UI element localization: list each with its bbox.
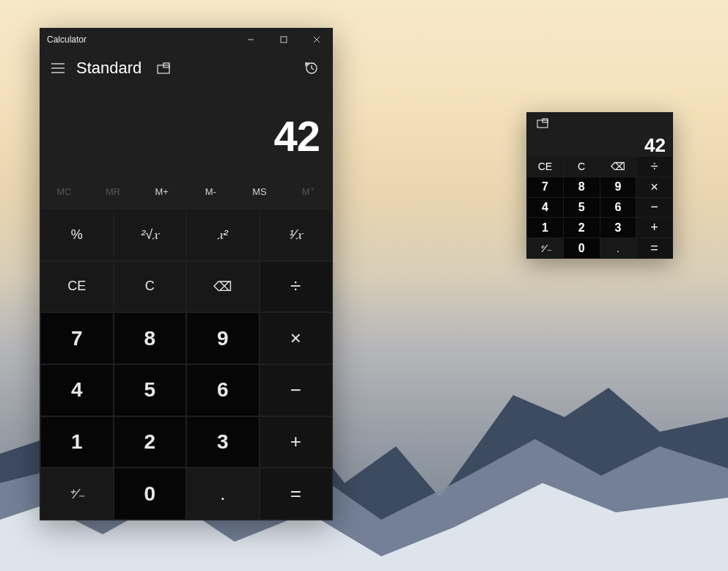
mini-digit-9[interactable]: 9 bbox=[600, 177, 636, 197]
mini-digit-1[interactable]: 1 bbox=[527, 218, 563, 237]
svg-rect-1 bbox=[281, 37, 287, 43]
multiply-button[interactable]: × bbox=[260, 313, 332, 364]
mini-keypad: CEC⌫÷789×456−123+⁺⁄₋0.= bbox=[526, 156, 673, 259]
subtract-button[interactable]: − bbox=[260, 365, 332, 416]
display: 42 bbox=[40, 85, 333, 179]
mini-equals-button[interactable]: = bbox=[636, 238, 672, 258]
keep-on-top-button[interactable] bbox=[152, 56, 175, 80]
menu-button[interactable] bbox=[50, 60, 66, 76]
digit-1[interactable]: 1 bbox=[41, 417, 113, 468]
mini-digit-4[interactable]: 4 bbox=[527, 198, 563, 218]
mini-c-button[interactable]: C bbox=[564, 157, 600, 177]
negate-button[interactable]: ⁺⁄₋ bbox=[41, 468, 113, 519]
titlebar[interactable]: Calculator bbox=[40, 28, 333, 51]
square-button[interactable]: 𝑥² bbox=[187, 210, 259, 260]
mc-button: MC bbox=[40, 179, 89, 204]
digit-3[interactable]: 3 bbox=[187, 417, 259, 468]
exit-compact-button[interactable] bbox=[534, 114, 551, 132]
mini-divide-button[interactable]: ÷ bbox=[636, 157, 672, 177]
add-button[interactable]: + bbox=[260, 417, 332, 468]
keypad: % ²√𝑥 𝑥² ¹⁄𝑥 CE C ⌫ ÷ 7 8 9 × 4 5 6 − 1 … bbox=[40, 208, 333, 520]
mini-header[interactable] bbox=[526, 112, 673, 134]
digit-9[interactable]: 9 bbox=[187, 313, 259, 364]
mr-button: MR bbox=[89, 179, 138, 204]
header: Standard bbox=[40, 51, 333, 85]
decimal-button[interactable]: . bbox=[187, 468, 259, 519]
history-button[interactable] bbox=[299, 56, 323, 80]
memory-row: MC MR M+ M- MS M˅ bbox=[40, 179, 333, 204]
digit-2[interactable]: 2 bbox=[114, 417, 186, 468]
divide-button[interactable]: ÷ bbox=[260, 262, 332, 312]
mini-subtract-button[interactable]: − bbox=[636, 198, 672, 218]
digit-0[interactable]: 0 bbox=[114, 468, 186, 519]
c-button[interactable]: C bbox=[114, 262, 186, 312]
backspace-button[interactable]: ⌫ bbox=[187, 262, 259, 312]
mini-multiply-button[interactable]: × bbox=[636, 177, 672, 197]
mini-decimal-button[interactable]: . bbox=[600, 238, 636, 258]
mode-label: Standard bbox=[76, 59, 141, 78]
mminus-button[interactable]: M- bbox=[186, 179, 235, 204]
mini-digit-0[interactable]: 0 bbox=[564, 238, 600, 258]
mplus-button[interactable]: M+ bbox=[137, 179, 186, 204]
mini-display: 42 bbox=[526, 134, 673, 156]
reciprocal-button[interactable]: ¹⁄𝑥 bbox=[260, 210, 332, 260]
sqrt-button[interactable]: ²√𝑥 bbox=[114, 210, 186, 260]
mini-digit-2[interactable]: 2 bbox=[564, 218, 600, 237]
maximize-button[interactable] bbox=[267, 29, 300, 51]
mini-digit-5[interactable]: 5 bbox=[564, 198, 600, 218]
close-button[interactable] bbox=[300, 29, 333, 51]
minimize-button[interactable] bbox=[234, 29, 267, 51]
app-title: Calculator bbox=[47, 34, 87, 45]
mlist-button: M˅ bbox=[284, 179, 333, 204]
mini-digit-6[interactable]: 6 bbox=[600, 198, 636, 218]
digit-8[interactable]: 8 bbox=[114, 313, 186, 364]
calculator-window: Calculator Standard 42 bbox=[40, 28, 333, 520]
mini-backspace-button[interactable]: ⌫ bbox=[600, 157, 636, 177]
calculator-mini-window: 42 CEC⌫÷789×456−123+⁺⁄₋0.= bbox=[526, 112, 673, 259]
digit-4[interactable]: 4 bbox=[41, 365, 113, 416]
mini-add-button[interactable]: + bbox=[636, 218, 672, 237]
digit-5[interactable]: 5 bbox=[114, 365, 186, 416]
ce-button[interactable]: CE bbox=[41, 262, 113, 312]
mini-negate-button[interactable]: ⁺⁄₋ bbox=[527, 238, 563, 258]
digit-6[interactable]: 6 bbox=[187, 365, 259, 416]
mini-ce-button[interactable]: CE bbox=[527, 157, 563, 177]
equals-button[interactable]: = bbox=[260, 468, 332, 519]
mini-digit-3[interactable]: 3 bbox=[600, 218, 636, 237]
mini-digit-7[interactable]: 7 bbox=[527, 177, 563, 197]
digit-7[interactable]: 7 bbox=[41, 313, 113, 364]
ms-button[interactable]: MS bbox=[235, 179, 284, 204]
percent-button[interactable]: % bbox=[41, 210, 113, 260]
mini-digit-8[interactable]: 8 bbox=[564, 177, 600, 197]
